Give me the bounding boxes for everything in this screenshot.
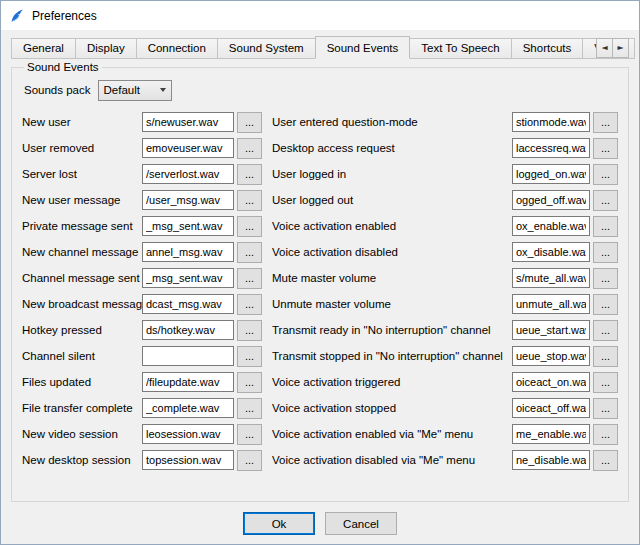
- tab-sound-system[interactable]: Sound System: [217, 38, 316, 59]
- browse-button[interactable]: ...: [593, 450, 618, 471]
- sound-file-input[interactable]: [512, 346, 590, 366]
- sound-file-input[interactable]: [142, 398, 234, 418]
- browse-button[interactable]: ...: [593, 190, 618, 211]
- row-channel-silent: Channel silent ...: [22, 343, 262, 369]
- row-voiceact-disabled-me-menu: Voice activation disabled via "Me" menu …: [272, 447, 618, 473]
- groupbox-title: Sound Events: [24, 61, 102, 73]
- browse-button[interactable]: ...: [593, 398, 618, 419]
- dialog-footer: Ok Cancel: [11, 502, 629, 536]
- sound-file-input[interactable]: [142, 320, 234, 340]
- sound-event-label: New user message: [22, 194, 142, 206]
- sound-file-input[interactable]: [142, 112, 234, 132]
- browse-button[interactable]: ...: [237, 294, 262, 315]
- tab-general[interactable]: General: [11, 38, 76, 59]
- sound-event-label: Transmit stopped in "No interruption" ch…: [272, 350, 512, 362]
- browse-button[interactable]: ...: [237, 398, 262, 419]
- browse-button[interactable]: ...: [593, 346, 618, 367]
- browse-button[interactable]: ...: [593, 138, 618, 159]
- sound-file-input[interactable]: [512, 424, 590, 444]
- row-file-transfer-complete: File transfer complete ...: [22, 395, 262, 421]
- row-hotkey-pressed: Hotkey pressed ...: [22, 317, 262, 343]
- tab-display[interactable]: Display: [75, 38, 137, 59]
- sound-event-label: Voice activation triggered: [272, 376, 512, 388]
- browse-button[interactable]: ...: [593, 372, 618, 393]
- sound-file-input[interactable]: [512, 450, 590, 470]
- sound-event-label: User removed: [22, 142, 142, 154]
- ok-button[interactable]: Ok: [243, 512, 315, 535]
- sound-file-input[interactable]: [142, 424, 234, 444]
- browse-button[interactable]: ...: [593, 424, 618, 445]
- sound-file-input[interactable]: [142, 242, 234, 262]
- sound-event-label: New broadcast message: [22, 298, 142, 310]
- sound-file-input[interactable]: [512, 320, 590, 340]
- row-new-channel-message: New channel message ...: [22, 239, 262, 265]
- sound-file-input[interactable]: [142, 216, 234, 236]
- sound-file-input[interactable]: [142, 190, 234, 210]
- browse-button[interactable]: ...: [237, 138, 262, 159]
- right-column: User entered question-mode ... Desktop a…: [272, 109, 618, 473]
- browse-button[interactable]: ...: [593, 242, 618, 263]
- tab-sound-events[interactable]: Sound Events: [315, 36, 411, 59]
- browse-button[interactable]: ...: [237, 242, 262, 263]
- sounds-pack-select[interactable]: Default: [98, 80, 172, 101]
- row-voiceact-triggered: Voice activation triggered ...: [272, 369, 618, 395]
- browse-button[interactable]: ...: [237, 372, 262, 393]
- sound-file-input[interactable]: [512, 294, 590, 314]
- sound-event-label: Voice activation enabled: [272, 220, 512, 232]
- titlebar: Preferences: [1, 1, 639, 30]
- row-server-lost: Server lost ...: [22, 161, 262, 187]
- browse-button[interactable]: ...: [237, 112, 262, 133]
- browse-button[interactable]: ...: [237, 346, 262, 367]
- sound-file-input[interactable]: [512, 112, 590, 132]
- sound-event-label: User entered question-mode: [272, 116, 512, 128]
- browse-button[interactable]: ...: [593, 268, 618, 289]
- left-column: New user ... User removed ... Server los…: [22, 109, 262, 473]
- row-desktop-access-request: Desktop access request ...: [272, 135, 618, 161]
- sounds-pack-label: Sounds pack: [24, 84, 91, 96]
- browse-button[interactable]: ...: [237, 450, 262, 471]
- browse-button[interactable]: ...: [593, 164, 618, 185]
- tab-shortcuts[interactable]: Shortcuts: [511, 38, 584, 59]
- browse-button[interactable]: ...: [237, 164, 262, 185]
- sound-event-label: Voice activation disabled: [272, 246, 512, 258]
- sound-file-input[interactable]: [142, 450, 234, 470]
- browse-button[interactable]: ...: [593, 320, 618, 341]
- sound-file-input[interactable]: [512, 268, 590, 288]
- sound-file-input[interactable]: [512, 372, 590, 392]
- browse-button[interactable]: ...: [593, 294, 618, 315]
- tab-scroll-left-icon[interactable]: ◄: [596, 38, 613, 58]
- sound-file-input[interactable]: [142, 138, 234, 158]
- sound-file-input[interactable]: [512, 242, 590, 262]
- sound-file-input[interactable]: [142, 372, 234, 392]
- browse-button[interactable]: ...: [237, 268, 262, 289]
- browse-button[interactable]: ...: [237, 190, 262, 211]
- tab-scroll-right-icon[interactable]: ►: [612, 38, 629, 58]
- browse-button[interactable]: ...: [237, 216, 262, 237]
- row-user-logged-out: User logged out ...: [272, 187, 618, 213]
- sound-file-input[interactable]: [142, 164, 234, 184]
- sound-file-input[interactable]: [142, 294, 234, 314]
- row-voiceact-enabled-me-menu: Voice activation enabled via "Me" menu .…: [272, 421, 618, 447]
- sound-file-input[interactable]: [512, 398, 590, 418]
- row-voiceact-enabled: Voice activation enabled ...: [272, 213, 618, 239]
- sound-file-input[interactable]: [142, 268, 234, 288]
- sounds-pack-row: Sounds pack Default: [24, 79, 618, 101]
- sound-event-label: New user: [22, 116, 142, 128]
- sound-event-label: File transfer complete: [22, 402, 142, 414]
- browse-button[interactable]: ...: [237, 320, 262, 341]
- browse-button[interactable]: ...: [593, 216, 618, 237]
- row-new-user-message: New user message ...: [22, 187, 262, 213]
- sound-file-input[interactable]: [142, 346, 234, 366]
- browse-button[interactable]: ...: [237, 424, 262, 445]
- sound-file-input[interactable]: [512, 216, 590, 236]
- sound-events-groupbox: Sound Events Sounds pack Default New use…: [11, 61, 629, 502]
- sound-file-input[interactable]: [512, 138, 590, 158]
- tab-connection[interactable]: Connection: [136, 38, 218, 59]
- row-unmute-master: Unmute master volume ...: [272, 291, 618, 317]
- tab-text-to-speech[interactable]: Text To Speech: [409, 38, 511, 59]
- cancel-button[interactable]: Cancel: [325, 512, 397, 535]
- sound-file-input[interactable]: [512, 164, 590, 184]
- sound-file-input[interactable]: [512, 190, 590, 210]
- sound-event-label: User logged in: [272, 168, 512, 180]
- browse-button[interactable]: ...: [593, 112, 618, 133]
